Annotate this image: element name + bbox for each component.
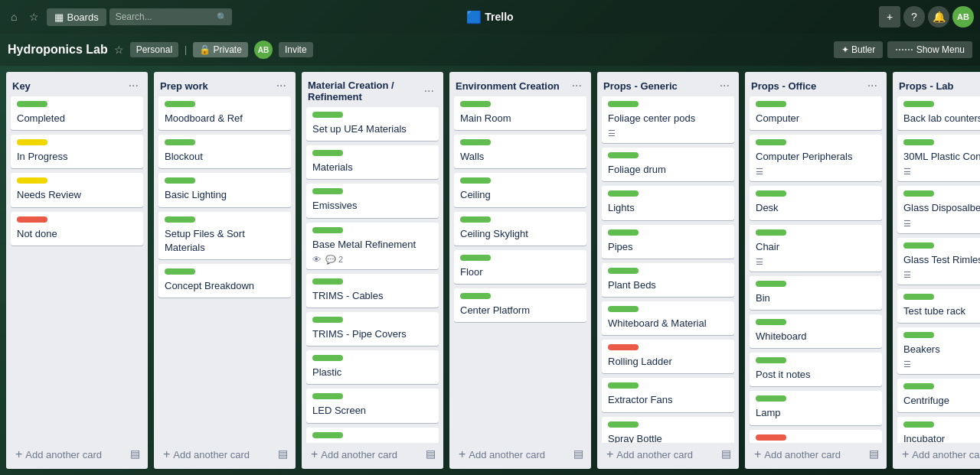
- card-label: [608, 229, 639, 236]
- card[interactable]: Basic Lighting: [158, 173, 291, 207]
- card[interactable]: Base Metal Refinement👁💬 2: [306, 223, 439, 269]
- card-meta: ☰: [903, 219, 980, 229]
- add-card-button-material-creation[interactable]: +Add another card: [306, 444, 423, 464]
- notification-button[interactable]: 🔔: [928, 6, 949, 28]
- card[interactable]: Beakers☰: [897, 327, 980, 374]
- card[interactable]: Incubator: [897, 417, 980, 443]
- list-menu-button-props-office[interactable]: ···: [864, 80, 880, 92]
- card[interactable]: Post it notes: [750, 353, 882, 386]
- card[interactable]: Desk: [750, 186, 882, 220]
- home-icon[interactable]: ⌂: [6, 8, 21, 26]
- card[interactable]: Set up UE4 Materials: [306, 107, 439, 141]
- archive-button[interactable]: ▤: [275, 444, 291, 463]
- card[interactable]: TRIMS - Cables: [306, 274, 439, 307]
- card[interactable]: Moodboard & Ref: [158, 96, 291, 130]
- card[interactable]: Whiteboard & Material: [602, 301, 734, 335]
- add-icon: +: [606, 447, 613, 461]
- card[interactable]: Center Platform: [454, 288, 586, 322]
- archive-button[interactable]: ▤: [718, 444, 734, 463]
- card[interactable]: Materials: [306, 145, 439, 179]
- card-title: Desk: [756, 201, 876, 215]
- card[interactable]: Not done: [11, 212, 143, 246]
- card[interactable]: Rolling Ladder: [602, 340, 734, 373]
- card[interactable]: Main Room: [454, 96, 586, 130]
- card[interactable]: In Progress: [11, 135, 143, 168]
- list-title-props-lab: Props - Lab: [899, 80, 954, 92]
- card[interactable]: Plant Beds: [602, 263, 734, 297]
- list-menu-button-prep-work[interactable]: ···: [273, 80, 289, 92]
- card[interactable]: Computer Peripherals☰: [750, 135, 882, 181]
- show-menu-button[interactable]: ⋯⋯ Show Menu: [887, 41, 972, 58]
- card-label: [460, 177, 491, 184]
- add-button[interactable]: +: [879, 6, 900, 28]
- add-card-button-environment-creation[interactable]: +Add another card: [454, 444, 570, 464]
- card[interactable]: Lamp: [750, 391, 882, 425]
- card[interactable]: Foliage drum: [602, 148, 734, 181]
- card[interactable]: Chair☰: [750, 225, 882, 272]
- card-label: [756, 139, 786, 145]
- list-menu-button-environment-creation[interactable]: ···: [569, 80, 585, 92]
- card[interactable]: Pipes: [602, 225, 734, 259]
- card[interactable]: Concept Breakdown: [158, 264, 291, 298]
- info-button[interactable]: ?: [903, 6, 925, 28]
- card[interactable]: Ceiling Skylight: [454, 212, 586, 246]
- card[interactable]: Needs Review: [11, 173, 143, 207]
- search-input[interactable]: [109, 8, 232, 25]
- card[interactable]: Test tube rack: [897, 289, 980, 323]
- card[interactable]: Foliage center pods☰: [602, 96, 734, 143]
- card-title: Set up UE4 Materials: [312, 122, 433, 136]
- board-title[interactable]: Hydroponics Lab: [8, 43, 108, 57]
- board-avatar[interactable]: AB: [254, 41, 273, 59]
- add-card-row: +Add another card▤: [306, 443, 439, 464]
- card-label: [608, 190, 639, 197]
- list-menu-button-key[interactable]: ···: [126, 80, 142, 92]
- list-menu-button-material-creation[interactable]: ···: [421, 85, 437, 97]
- add-card-button-props-lab[interactable]: +Add another card: [897, 444, 980, 464]
- card[interactable]: Floor: [454, 250, 586, 284]
- butler-button[interactable]: ✦ Butler: [834, 41, 884, 58]
- list-cards-key: CompletedIn ProgressNeeds ReviewNot done: [11, 96, 143, 443]
- card[interactable]: Bulb Emissive: [306, 428, 439, 444]
- card[interactable]: Spray Bottle: [602, 417, 734, 444]
- card[interactable]: Extractor Fans: [602, 378, 734, 412]
- card[interactable]: Completed: [11, 96, 143, 130]
- card[interactable]: Paper: [750, 430, 882, 444]
- card[interactable]: Bin: [750, 276, 882, 310]
- invite-button[interactable]: Invite: [279, 42, 313, 57]
- card-title: Incubator: [903, 432, 980, 443]
- add-icon: +: [311, 447, 318, 461]
- list-menu-button-props-generic[interactable]: ···: [717, 80, 733, 92]
- card[interactable]: Walls: [454, 135, 586, 168]
- card[interactable]: Setup Files & Sort Materials: [158, 212, 291, 259]
- archive-button[interactable]: ▤: [866, 444, 882, 463]
- boards-button[interactable]: ▦ Boards: [47, 8, 106, 26]
- card-label: [460, 139, 491, 145]
- card[interactable]: Lights: [602, 186, 734, 220]
- card[interactable]: Whiteboard: [750, 314, 882, 348]
- card[interactable]: Glass Disposalbe Bottles☰: [897, 186, 980, 233]
- card[interactable]: 30ML Plastic Container☰: [897, 135, 980, 181]
- private-badge[interactable]: 🔒 Private: [193, 42, 248, 57]
- card[interactable]: TRIMS - Pipe Covers: [306, 312, 439, 346]
- archive-button[interactable]: ▤: [127, 444, 143, 463]
- star-icon[interactable]: ☆: [24, 8, 44, 26]
- card[interactable]: LED Screen: [306, 389, 439, 422]
- card[interactable]: Emissives: [306, 184, 439, 217]
- add-card-button-props-office[interactable]: +Add another card: [750, 444, 866, 464]
- personal-badge[interactable]: Personal: [130, 42, 178, 57]
- card[interactable]: Ceiling: [454, 173, 586, 207]
- card[interactable]: Back lab counters: [897, 96, 980, 130]
- archive-button[interactable]: ▤: [423, 444, 439, 463]
- card[interactable]: Centrifuge: [897, 379, 980, 412]
- card[interactable]: Computer: [750, 96, 882, 130]
- card-label: [756, 357, 786, 363]
- add-card-button-props-generic[interactable]: +Add another card: [602, 444, 718, 464]
- card[interactable]: Plastic: [306, 350, 439, 384]
- add-card-button-key[interactable]: +Add another card: [11, 444, 127, 464]
- card[interactable]: Blockout: [158, 135, 291, 168]
- archive-button[interactable]: ▤: [570, 444, 586, 463]
- board-star-icon[interactable]: ☆: [114, 44, 124, 56]
- card[interactable]: Glass Test Rimless Tubes☰: [897, 238, 980, 285]
- avatar[interactable]: AB: [952, 6, 974, 28]
- add-card-button-prep-work[interactable]: +Add another card: [158, 444, 275, 464]
